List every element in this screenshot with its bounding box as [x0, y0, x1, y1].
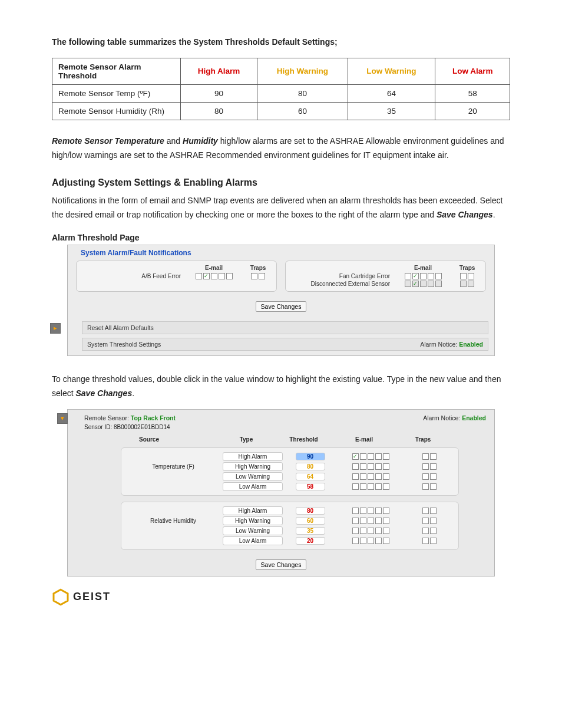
checkbox[interactable]: [368, 483, 374, 490]
checkbox[interactable]: [383, 463, 389, 470]
checkbox[interactable]: [251, 273, 257, 279]
checkbox[interactable]: [422, 483, 429, 490]
checkbox[interactable]: [360, 508, 366, 514]
checkbox[interactable]: [420, 273, 427, 279]
checkbox[interactable]: [352, 538, 359, 544]
checkbox[interactable]: [219, 273, 225, 279]
notif-line: A/B Feed Error: [80, 272, 273, 280]
checkbox[interactable]: [383, 473, 389, 480]
checkbox[interactable]: [360, 518, 366, 524]
checkbox[interactable]: [375, 508, 382, 514]
col-traps: Traps: [452, 265, 482, 271]
checkbox[interactable]: [430, 463, 437, 470]
checkbox[interactable]: [405, 273, 411, 279]
checkbox[interactable]: [196, 273, 202, 279]
checkbox[interactable]: [368, 508, 374, 514]
checkbox[interactable]: [360, 473, 366, 480]
threshold-value[interactable]: 58: [296, 483, 325, 490]
checkbox[interactable]: [383, 528, 389, 534]
ashrae-paragraph: Remote Sensor Temperature and Humidity h…: [52, 134, 510, 163]
checkbox[interactable]: [430, 528, 437, 534]
checkbox[interactable]: [383, 538, 389, 544]
checkbox[interactable]: [375, 528, 382, 534]
checkbox[interactable]: [430, 508, 437, 514]
checkbox[interactable]: [360, 528, 366, 534]
checkbox[interactable]: [422, 508, 429, 514]
checkbox-set: [452, 273, 482, 279]
checkbox[interactable]: [422, 463, 429, 470]
checkbox[interactable]: [422, 473, 429, 480]
checkbox[interactable]: [259, 273, 265, 279]
checkbox[interactable]: [352, 528, 359, 534]
checkbox[interactable]: [430, 453, 437, 460]
checkbox[interactable]: [375, 453, 382, 460]
reset-defaults-bar[interactable]: ▸ Reset All Alarm Defaults: [82, 321, 488, 334]
save-changes-button[interactable]: Save Changes: [256, 559, 307, 570]
checkbox[interactable]: [352, 453, 359, 460]
checkbox[interactable]: [468, 273, 474, 279]
checkbox[interactable]: [430, 518, 437, 524]
checkbox[interactable]: [435, 273, 442, 279]
checkbox[interactable]: [360, 483, 366, 490]
checkbox[interactable]: [428, 273, 434, 279]
threshold-value[interactable]: 35: [296, 527, 325, 535]
checkbox[interactable]: [375, 538, 382, 544]
checkbox[interactable]: [368, 453, 374, 460]
table-row: Remote Sensor Temp (ºF)90806458: [52, 84, 510, 102]
type-label: Low Warning: [223, 472, 283, 481]
system-threshold-bar[interactable]: ▸ System Threshold Settings Alarm Notice…: [82, 338, 488, 351]
save-changes-button[interactable]: Save Changes: [256, 301, 307, 312]
checkbox[interactable]: [412, 281, 419, 287]
intro-line: The following table summarizes the Syste…: [52, 35, 510, 50]
checkbox[interactable]: [368, 473, 374, 480]
checkbox[interactable]: [422, 453, 429, 460]
checkbox[interactable]: [352, 508, 359, 514]
checkbox[interactable]: [352, 463, 359, 470]
collapse-icon[interactable]: ▾: [57, 413, 68, 424]
checkbox[interactable]: [405, 281, 411, 287]
checkbox[interactable]: [203, 273, 210, 279]
checkbox[interactable]: [383, 518, 389, 524]
checkbox[interactable]: [428, 281, 434, 287]
checkbox[interactable]: [383, 508, 389, 514]
checkbox[interactable]: [420, 281, 427, 287]
checkbox-set: [452, 281, 482, 287]
checkbox[interactable]: [468, 281, 474, 287]
checkbox[interactable]: [383, 483, 389, 490]
checkbox[interactable]: [368, 528, 374, 534]
checkbox[interactable]: [368, 538, 374, 544]
threshold-value[interactable]: 20: [296, 537, 325, 545]
checkbox[interactable]: [460, 273, 467, 279]
th-high-alarm: High Alarm: [180, 58, 257, 84]
checkbox[interactable]: [422, 518, 429, 524]
checkbox[interactable]: [375, 473, 382, 480]
checkbox[interactable]: [412, 273, 419, 279]
checkbox[interactable]: [422, 528, 429, 534]
threshold-value[interactable]: 64: [296, 473, 325, 480]
checkbox[interactable]: [375, 483, 382, 490]
checkbox[interactable]: [352, 483, 359, 490]
checkbox[interactable]: [352, 518, 359, 524]
checkbox[interactable]: [460, 281, 467, 287]
checkbox[interactable]: [375, 463, 382, 470]
checkbox[interactable]: [368, 518, 374, 524]
checkbox[interactable]: [422, 538, 429, 544]
threshold-value[interactable]: 90: [296, 453, 325, 460]
trap-checkboxes: [406, 508, 453, 514]
checkbox[interactable]: [226, 273, 233, 279]
threshold-value[interactable]: 60: [296, 517, 325, 525]
checkbox[interactable]: [430, 473, 437, 480]
threshold-value[interactable]: 80: [296, 507, 325, 515]
checkbox[interactable]: [360, 538, 366, 544]
checkbox[interactable]: [211, 273, 217, 279]
checkbox[interactable]: [352, 473, 359, 480]
checkbox[interactable]: [430, 483, 437, 490]
checkbox[interactable]: [368, 463, 374, 470]
checkbox[interactable]: [430, 538, 437, 544]
checkbox[interactable]: [383, 453, 389, 460]
checkbox[interactable]: [375, 518, 382, 524]
checkbox[interactable]: [360, 453, 366, 460]
checkbox[interactable]: [435, 281, 442, 287]
threshold-value[interactable]: 80: [296, 463, 325, 470]
checkbox[interactable]: [360, 463, 366, 470]
